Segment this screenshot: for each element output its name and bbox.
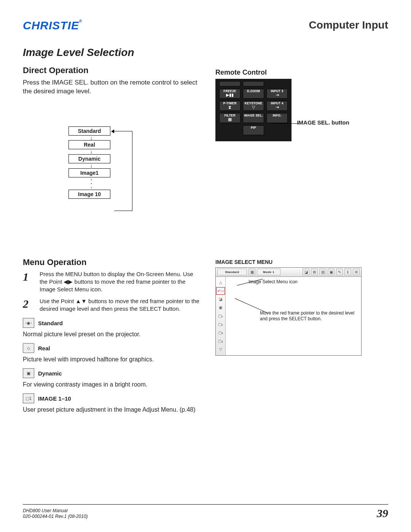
ism-item-selected: ✔▭	[216, 287, 225, 295]
footer-manual: DHD800 User Manual	[23, 508, 88, 514]
mode-desc-standard: Normal picture level preset on the proje…	[23, 331, 202, 338]
remote-graphic: FREEZE▶▮▮ D.ZOOM INPUT 3⇥ P-TIMER⧗ KEYST…	[215, 79, 292, 141]
ism-heading: IMAGE SELECT MENU	[215, 259, 388, 265]
ism-item-down: ▽	[216, 345, 225, 354]
step-text-2: Use the Point ▲▼ buttons to move the red…	[40, 297, 202, 313]
remote-btn-input4: INPUT 4⇥	[266, 101, 288, 111]
ism-item-up: △	[216, 278, 225, 287]
remote-callout-label: IMAGE SEL. button	[297, 119, 349, 126]
remote-btn-filter: FILTER▦	[219, 113, 241, 123]
direct-operation-heading: Direct Operation	[23, 66, 202, 75]
menu-operation-heading: Menu Operation	[23, 257, 202, 267]
image-select-menu: Standard ▦ Mode 1 ◪ ✿ ▤ ▣ ✎ ℹ ⚙ △ ✔▭ ◪ ▣…	[215, 267, 362, 356]
mode-desc-real: Picture level with improved halftone for…	[23, 356, 202, 363]
cycle-loop-line	[114, 131, 132, 211]
cycle-item-dynamic: Dynamic	[68, 154, 110, 163]
cycle-item-image10: Image 10	[68, 190, 110, 199]
mode-desc-image110: User preset picture adjustment in the Im…	[23, 406, 202, 413]
remote-btn-focus	[243, 81, 264, 86]
ism-item-7: ▢₄	[216, 337, 225, 345]
ism-top-icon-8: ⚙	[353, 268, 360, 275]
brand-logo-text: CHRISTIE	[23, 19, 79, 32]
ism-top-icon-3: ✿	[311, 268, 318, 275]
ism-top-icon-5: ▣	[328, 268, 335, 275]
step-number-1: 1	[23, 270, 40, 294]
ism-callout-1: Image Select Menu icon	[249, 279, 298, 284]
remote-btn-freeze: FREEZE▶▮▮	[219, 89, 241, 99]
direct-operation-text: Press the IMAGE SEL. button on the remot…	[23, 78, 202, 96]
ism-top-icon-2: ◪	[303, 268, 309, 275]
remote-btn-zoom	[219, 81, 241, 86]
cycle-item-image1: Image1	[68, 168, 110, 177]
ism-item-2: ◪	[216, 295, 225, 304]
mode-desc-dynamic: For viewing contrasty images in a bright…	[23, 381, 202, 388]
ism-top-icon-6: ✎	[336, 268, 343, 275]
mode-icon-dynamic: ▣	[23, 368, 34, 378]
remote-btn-input3: INPUT 3⇥	[266, 89, 288, 99]
mode-icon-standard: ◦◉◦	[23, 318, 34, 328]
ism-top-icon-4: ▤	[319, 268, 326, 275]
ism-top-icon-1: ▦	[249, 268, 255, 275]
mode-title-real: Real	[38, 345, 50, 351]
chapter-title: Computer Input	[309, 19, 388, 31]
mode-title-dynamic: Dynamic	[38, 370, 62, 377]
cycle-item-real: Real	[68, 140, 110, 149]
footer-info: DHD800 User Manual 020-000244-01 Rev.1 (…	[23, 508, 88, 520]
step-text-1: Press the MENU button to display the On-…	[40, 270, 202, 294]
ism-top-mode: Mode 1	[257, 268, 280, 275]
mode-icon-real: ◇	[23, 343, 34, 353]
ism-item-5: ▢₂	[216, 320, 225, 329]
ism-item-3: ▣	[216, 304, 225, 312]
ism-callout-2: Move the red frame pointer to the desire…	[260, 310, 359, 322]
ism-left-column: △ ✔▭ ◪ ▣ ▢₁ ▢₂ ▢₃ ▢₄ ▽	[216, 277, 226, 355]
mode-icon-image110: ▢1	[23, 393, 34, 403]
registered-mark: ®	[79, 19, 82, 23]
ism-top-standard: Standard	[217, 268, 247, 275]
mode-title-standard: Standard	[38, 320, 63, 326]
remote-control-heading: Remote Control	[215, 69, 388, 77]
ism-item-4: ▢₁	[216, 312, 225, 320]
ism-top-icon-7: ℹ	[344, 268, 351, 275]
footer-rev: 020-000244-01 Rev.1 (08-2010)	[23, 514, 88, 520]
step-number-2: 2	[23, 297, 40, 313]
section-title: Image Level Selection	[23, 46, 388, 59]
mode-title-image110: IMAGE 1–10	[38, 395, 71, 402]
remote-btn-pip: PIP	[243, 125, 264, 135]
remote-btn-ptimer: P-TIMER⧗	[219, 101, 241, 111]
brand-logo: CHRISTIE®	[23, 19, 82, 32]
cycle-item-standard: Standard	[68, 126, 110, 136]
page-number: 39	[377, 507, 388, 520]
remote-btn-imagesel: IMAGE SEL.	[243, 113, 264, 123]
remote-leader-line	[270, 123, 299, 124]
ism-item-6: ▢₃	[216, 329, 225, 337]
remote-btn-keystone: KEYSTONE▽	[243, 101, 264, 111]
remote-btn-dzoom: D.ZOOM	[243, 89, 264, 99]
remote-btn-info: INFO.	[266, 113, 288, 123]
cycle-diagram: Standard ↓ Real ↓ Dynamic ↓ Image1 ··· I…	[68, 126, 183, 218]
